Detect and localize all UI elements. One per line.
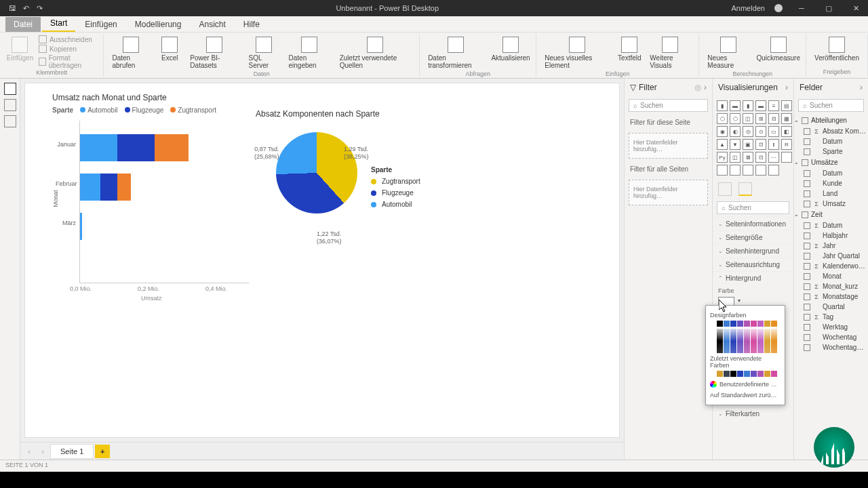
color-swatch[interactable] [737,321,743,327]
more-visuals-button[interactable]: Weitere Visuals [647,35,693,70]
page-prev-button[interactable]: ‹ [23,445,35,458]
page-tab-1[interactable]: Seite 1 [50,444,94,459]
color-shade-column[interactable] [771,329,777,353]
viz-type-29[interactable] [781,152,792,163]
field-item[interactable]: Datum [794,136,868,146]
collapse-filter-icon[interactable]: › [704,83,707,92]
field-item[interactable]: ΣDatum [794,220,868,230]
color-shade-column[interactable] [730,329,736,353]
viz-type-21[interactable]: ⊡ [755,139,766,150]
tab-file[interactable]: Datei [5,17,41,32]
color-shade-column[interactable] [764,329,770,353]
viz-type-30[interactable] [717,165,728,176]
enter-data-button[interactable]: Daten eingeben [286,35,333,70]
field-item[interactable]: Sparte [794,146,868,157]
field-item[interactable]: Jahr Quartal [794,251,868,261]
recent-sources-button[interactable]: Zuletzt verwendete Quellen [337,35,414,70]
color-swatch[interactable] [744,321,750,327]
section-bg[interactable]: ⌃Hintergrund [713,271,793,285]
field-item[interactable]: ΣUmsatz [794,199,868,209]
viz-type-8[interactable]: ◫ [743,113,753,124]
viz-type-22[interactable]: ⫿ [768,139,779,150]
tab-view[interactable]: Ansicht [191,17,233,32]
viz-type-10[interactable]: ⊟ [768,113,779,124]
viz-type-11[interactable]: ▦ [781,113,792,124]
bar-chart-visual[interactable]: Umsatz nach Monat und Sparte Sparte Auto… [52,93,249,344]
viz-type-24[interactable]: Py [717,152,728,163]
close-button[interactable]: ✕ [844,0,868,16]
color-swatch[interactable] [710,371,716,377]
color-swatch[interactable] [764,371,770,377]
color-shade-column[interactable] [717,329,723,353]
color-swatch[interactable] [724,371,730,377]
color-shade-column[interactable] [710,329,716,353]
collapse-viz-icon[interactable]: › [785,83,788,92]
page-next-button[interactable]: › [37,445,49,458]
viz-search-input[interactable]: ⌕Suchen [717,201,789,214]
viz-type-18[interactable]: ▲ [717,139,728,150]
viz-type-27[interactable]: ⊡ [755,152,766,163]
new-measure-button[interactable]: Neues Measure [705,35,752,70]
viz-type-12[interactable]: ◉ [717,126,728,137]
color-swatch[interactable] [724,321,730,327]
minimize-button[interactable]: ─ [789,0,814,16]
color-swatch[interactable] [744,371,750,377]
add-page-button[interactable]: + [95,445,110,458]
viz-type-3[interactable]: ▬ [755,100,766,111]
refresh-button[interactable]: Aktualisieren [491,35,530,63]
viz-type-15[interactable]: ⊙ [755,126,766,137]
section-pagesize[interactable]: ⌄Seitengröße [713,230,793,244]
viz-type-17[interactable]: ◧ [781,126,792,137]
field-item[interactable]: Wochentag… [794,342,868,352]
publish-button[interactable]: Veröffentlichen [812,35,862,63]
field-item[interactable]: Monat [794,271,868,281]
filter-drop-page[interactable]: Hier Datenfelder hinzufüg… [629,133,708,159]
viz-type-20[interactable]: ▣ [743,139,753,150]
color-shade-column[interactable] [757,329,764,353]
copy-button[interactable]: Kopieren [39,45,98,53]
field-item[interactable]: Halbjahr [794,230,868,241]
viz-type-23[interactable]: R [781,139,792,150]
color-swatch[interactable] [757,321,764,327]
field-item[interactable]: Quartal [794,302,868,312]
field-item[interactable]: ΣKalenderwo… [794,261,868,271]
format-painter-button[interactable]: Format übertragen [39,54,98,69]
viz-type-7[interactable]: ⬡ [730,113,741,124]
section-pagebg[interactable]: ⌄Seitenhintergrund [713,244,793,258]
color-swatch[interactable] [730,371,736,377]
color-shade-column[interactable] [744,329,750,353]
transform-data-button[interactable]: Daten transformieren [425,35,487,70]
data-view-button[interactable] [4,99,16,111]
viz-type-6[interactable]: ⬡ [717,113,728,124]
save-icon[interactable]: 🖫 [8,4,16,12]
redo-icon[interactable]: ↷ [35,4,43,12]
tab-start[interactable]: Start [42,16,75,32]
viz-type-9[interactable]: ⊞ [755,113,766,124]
field-item[interactable]: Wochentag [794,332,868,342]
color-shade-column[interactable] [737,329,743,353]
viz-type-13[interactable]: ◐ [730,126,741,137]
format-tab-button[interactable] [738,182,752,196]
color-swatch[interactable] [751,321,757,327]
report-view-button[interactable] [4,83,16,95]
color-swatch[interactable] [730,321,736,327]
field-item[interactable]: Datum [794,168,868,178]
color-shade-column[interactable] [751,329,757,353]
viz-type-14[interactable]: ◎ [743,126,753,137]
viz-type-1[interactable]: ▬ [730,100,741,111]
reset-color-button[interactable]: Auf Standardwert zurü… [710,390,781,401]
viz-type-5[interactable]: ▤ [781,100,792,111]
section-align[interactable]: ⌄Seitenausrichtung [713,258,793,271]
pie-chart-visual[interactable]: Absatz Komponenten nach Sparte 0,87 Tsd.… [256,109,459,312]
viz-type-4[interactable]: ≡ [768,100,779,111]
tab-help[interactable]: Hilfe [235,17,268,32]
fields-search-input[interactable]: ⌕Suchen [798,99,864,112]
color-swatch[interactable] [737,371,743,377]
fields-tab-button[interactable] [718,182,732,196]
filter-eye-icon[interactable]: ◎ [694,83,701,92]
signin-link[interactable]: Anmelden [731,4,765,12]
model-view-button[interactable] [4,115,16,127]
field-table-Zeit[interactable]: ⌄Zeit [794,209,868,220]
color-swatch[interactable] [771,371,777,377]
filter-drop-all[interactable]: Hier Datenfelder hinzufüg… [629,180,708,205]
